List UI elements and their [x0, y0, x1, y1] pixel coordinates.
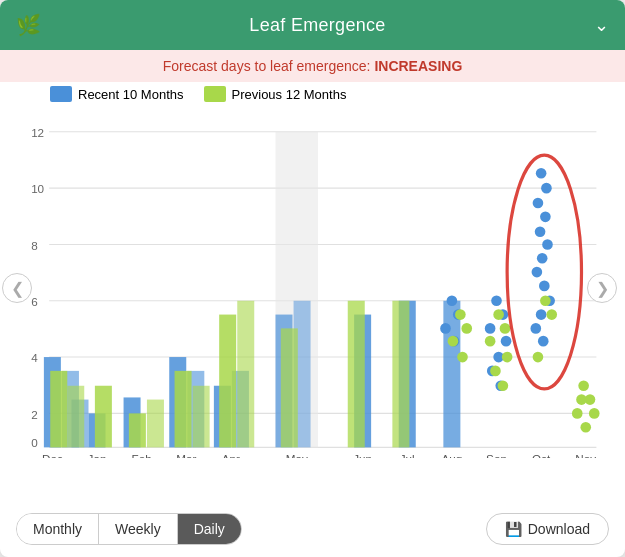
svg-point-86: [498, 380, 509, 391]
svg-point-85: [490, 366, 501, 377]
svg-text:10: 10: [31, 182, 44, 195]
svg-rect-41: [50, 371, 67, 448]
svg-point-66: [537, 253, 548, 264]
svg-text:Mar: Mar: [176, 452, 196, 458]
legend-item-previous: Previous 12 Months: [204, 86, 347, 102]
nav-left-button[interactable]: ❮: [2, 273, 32, 303]
tab-monthly[interactable]: Monthly: [17, 514, 99, 544]
svg-point-73: [447, 295, 458, 306]
legend-item-recent: Recent 10 Months: [50, 86, 184, 102]
svg-rect-45: [147, 400, 164, 448]
svg-point-56: [501, 336, 512, 347]
svg-point-87: [540, 295, 551, 306]
svg-point-80: [457, 352, 468, 363]
tab-daily[interactable]: Daily: [178, 514, 241, 544]
alert-bar: Forecast days to leaf emergence: INCREAS…: [0, 50, 625, 82]
svg-point-53: [491, 295, 502, 306]
legend-label-recent: Recent 10 Months: [78, 87, 184, 102]
svg-point-79: [448, 336, 459, 347]
svg-text:May: May: [286, 452, 308, 458]
svg-rect-44: [129, 413, 146, 447]
svg-point-62: [533, 198, 544, 209]
svg-point-81: [493, 309, 504, 320]
svg-rect-43: [95, 386, 112, 448]
svg-rect-51: [348, 301, 365, 448]
leaf-icon: 🌿: [16, 13, 41, 37]
svg-point-82: [500, 323, 511, 334]
svg-text:2: 2: [31, 408, 38, 421]
svg-point-90: [578, 380, 589, 391]
chevron-down-icon[interactable]: ⌄: [594, 14, 609, 36]
svg-point-68: [539, 281, 550, 292]
svg-point-55: [485, 323, 496, 334]
svg-text:Sep: Sep: [486, 452, 507, 458]
svg-text:0: 0: [31, 436, 38, 449]
svg-point-72: [538, 336, 549, 347]
svg-text:8: 8: [31, 239, 38, 252]
svg-text:Feb: Feb: [132, 452, 152, 458]
svg-text:6: 6: [31, 295, 38, 308]
svg-point-83: [485, 336, 496, 347]
legend-color-recent: [50, 86, 72, 102]
svg-point-61: [541, 183, 552, 194]
svg-text:Jun: Jun: [353, 452, 372, 458]
card: 🌿 Leaf Emergence ⌄ Forecast days to leaf…: [0, 0, 625, 557]
svg-point-77: [455, 309, 466, 320]
chart-container: ❮ 12 10 8 6 4 2 0: [10, 118, 609, 458]
chart-svg: 12 10 8 6 4 2 0 Dec Jan Fe: [10, 118, 609, 458]
svg-point-89: [533, 352, 544, 363]
nav-right-button[interactable]: ❯: [587, 273, 617, 303]
svg-text:Dec: Dec: [42, 452, 63, 458]
svg-point-95: [576, 394, 587, 405]
legend: Recent 10 Months Previous 12 Months: [0, 82, 625, 106]
svg-rect-49: [237, 301, 254, 448]
footer: Monthly Weekly Daily 💾 Download: [0, 505, 625, 557]
svg-point-75: [440, 323, 451, 334]
svg-text:Jan: Jan: [88, 452, 107, 458]
svg-rect-48: [219, 315, 236, 448]
svg-point-65: [542, 239, 553, 250]
download-label: Download: [528, 521, 590, 537]
svg-text:Apr: Apr: [222, 452, 240, 458]
svg-text:12: 12: [31, 126, 44, 139]
time-period-tabs: Monthly Weekly Daily: [16, 513, 242, 545]
svg-rect-47: [193, 386, 210, 448]
svg-point-63: [540, 212, 551, 223]
svg-rect-50: [281, 328, 298, 447]
download-icon: 💾: [505, 521, 522, 537]
alert-text: Forecast days to leaf emergence:: [163, 58, 375, 74]
svg-rect-52: [392, 301, 409, 448]
svg-text:Oct: Oct: [532, 452, 551, 458]
svg-point-78: [461, 323, 472, 334]
svg-text:Nov: Nov: [575, 452, 596, 458]
chart-area: ❮ 12 10 8 6 4 2 0: [0, 106, 625, 505]
svg-point-94: [589, 408, 600, 419]
svg-point-70: [536, 309, 547, 320]
legend-color-previous: [204, 86, 226, 102]
header: 🌿 Leaf Emergence ⌄: [0, 0, 625, 50]
svg-point-60: [536, 168, 547, 179]
alert-emphasis: INCREASING: [374, 58, 462, 74]
svg-rect-42: [67, 386, 84, 448]
svg-rect-40: [443, 301, 460, 448]
svg-text:Jul: Jul: [400, 452, 415, 458]
svg-point-92: [572, 408, 583, 419]
page-title: Leaf Emergence: [249, 15, 385, 36]
svg-text:Aug: Aug: [441, 452, 462, 458]
svg-rect-46: [175, 371, 192, 448]
svg-point-64: [535, 226, 546, 237]
legend-label-previous: Previous 12 Months: [232, 87, 347, 102]
download-button[interactable]: 💾 Download: [486, 513, 609, 545]
svg-text:4: 4: [31, 351, 38, 364]
svg-point-93: [580, 422, 591, 433]
tab-weekly[interactable]: Weekly: [99, 514, 178, 544]
svg-point-71: [531, 323, 542, 334]
svg-point-84: [502, 352, 513, 363]
svg-point-67: [532, 267, 543, 278]
svg-point-88: [546, 309, 557, 320]
